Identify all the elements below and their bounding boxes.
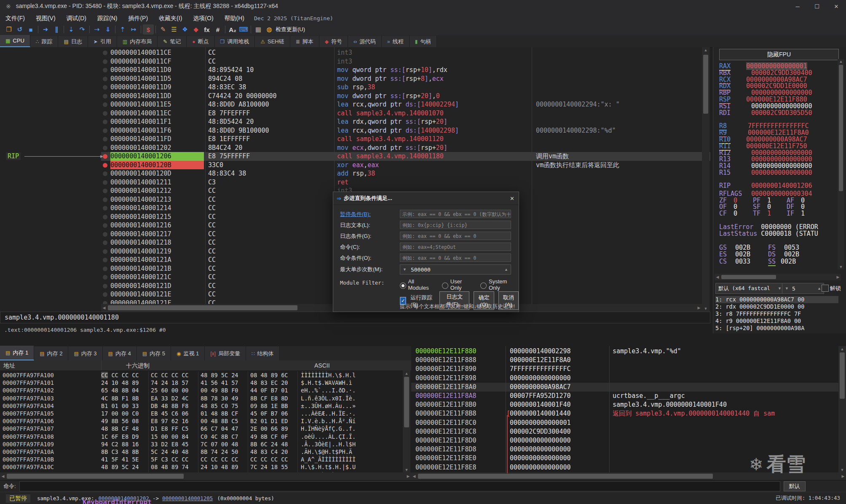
- tab-笔记[interactable]: ✎笔记: [158, 36, 187, 47]
- memory-row[interactable]: 00007FFA97FA104B1 01 00 33DB 48 8B F848 …: [0, 402, 403, 410]
- row-dot[interactable]: [103, 171, 107, 176]
- row-dot[interactable]: [103, 223, 107, 228]
- chevron-up-icon[interactable]: ▲: [504, 267, 508, 272]
- disasm-row[interactable]: 0000000140001206E8 75FFFFFFcall sample3.…: [0, 152, 710, 161]
- scroll-left-icon[interactable]: ◀: [0, 472, 6, 480]
- update-check-label[interactable]: 检查更新(U): [276, 26, 305, 33]
- argument-row[interactable]: 5: [rsp+20] 0000000000A98A: [715, 325, 838, 332]
- args-count-stepper[interactable]: ▼ 5 ▲: [782, 283, 824, 294]
- calling-convention-select[interactable]: 默认 (x64 fastcal ▼: [715, 283, 784, 294]
- row-dot[interactable]: [103, 267, 107, 271]
- dialog-close-icon[interactable]: ✕: [510, 195, 514, 202]
- row-dot[interactable]: [103, 137, 107, 141]
- tab-线程[interactable]: »线程: [382, 36, 410, 47]
- disasm-row[interactable]: 00000001400011CFCCint3: [0, 57, 710, 66]
- run-to-user-code-icon[interactable]: ⇢: [91, 24, 102, 35]
- disasm-row[interactable]: 00000001400011ECE8 7FFEFFFFcall sample3.…: [0, 109, 710, 118]
- scroll-right-icon[interactable]: ▶: [840, 472, 846, 480]
- argument-row[interactable]: 1: rcx 0000000000A98AC7 00: [715, 296, 838, 303]
- chevron-down-icon[interactable]: ▼: [403, 267, 407, 272]
- memory-row[interactable]: 00007FFA97FA1081C 6F E8 D915 00 00 84C0 …: [0, 433, 403, 440]
- max-steps-stepper[interactable]: ▼ 500000 ▲: [400, 264, 511, 275]
- disasm-row[interactable]: 00000001400011D048:895424 10mov qword pt…: [0, 66, 710, 75]
- tab-memory1-tab[interactable]: ▤内存 1: [0, 346, 34, 360]
- disasm-row[interactable]: 00000001400011D948:83EC 38sub rsp,38: [0, 83, 710, 92]
- scroll-left-icon[interactable]: ◀: [715, 274, 720, 280]
- command-default-button[interactable]: 默认: [784, 481, 806, 491]
- row-dot[interactable]: [103, 77, 107, 81]
- tab-seh链[interactable]: ⚠SEH链: [255, 36, 290, 47]
- font-icon[interactable]: A₂: [227, 24, 238, 35]
- stack-row[interactable]: 000000E12E11F8C8000002C9DD300400: [411, 427, 838, 436]
- memory-row[interactable]: 00007FFA97FA10124 10 48 8974 24 18 5741 …: [0, 379, 403, 387]
- scroll-right-icon[interactable]: ▶: [405, 472, 411, 480]
- step-out-icon[interactable]: ⇡: [117, 24, 128, 35]
- row-dot[interactable]: [103, 59, 107, 64]
- row-dot[interactable]: [103, 189, 107, 193]
- args-hscrollbar[interactable]: ◀ ▶: [715, 274, 841, 280]
- stack-row[interactable]: 000000E12E11F888000000E12E11F8A0: [411, 356, 838, 365]
- execute-till-return-icon[interactable]: ↦: [128, 24, 139, 35]
- memory-row[interactable]: 00007FFA97FA10A8B C3 48 8B5C 24 40 488B …: [0, 448, 403, 456]
- disasm-row[interactable]: 00000001400011F148:8D5424 20lea rdx,qwor…: [0, 117, 710, 126]
- tab-watch-tab[interactable]: ◉监视 1: [171, 347, 205, 360]
- memory-row[interactable]: 00007FFA97FA1034C 8B F1 8BEA 33 D2 4C8B …: [0, 395, 403, 402]
- stack-row[interactable]: 000000E12E11F8C00000000000000001: [411, 419, 838, 427]
- chevron-up-icon[interactable]: ▲: [817, 286, 821, 291]
- row-dot[interactable]: [103, 102, 107, 107]
- row-dot[interactable]: [103, 258, 107, 262]
- disasm-row[interactable]: 00000001400011D5894C24 08mov dword ptr s…: [0, 75, 710, 83]
- disasm-row[interactable]: 00000001400012028B4C24 20mov ecx,dword p…: [0, 144, 710, 152]
- argument-row[interactable]: 3: r8 7FFFFFFFFFFFFFFC 7F: [715, 310, 838, 317]
- disasm-vscroll-thumb[interactable]: [703, 55, 708, 114]
- row-dot[interactable]: [103, 94, 107, 99]
- scroll-up-icon[interactable]: ▲: [702, 47, 709, 53]
- step-into-icon[interactable]: ⇣: [66, 24, 77, 35]
- memory-row[interactable]: 00007FFA97FA10B41 5F 41 5E5F C3 CC CCCC …: [0, 456, 403, 463]
- row-dot[interactable]: [103, 249, 107, 254]
- stack-row[interactable]: 000000E12E11F8D00000000000000000: [411, 436, 838, 445]
- menu-item-v[interactable]: 视图(V): [30, 13, 61, 24]
- scroll-down-icon[interactable]: ▼: [838, 467, 846, 472]
- row-dot[interactable]: [103, 68, 107, 72]
- argument-row[interactable]: 2: rdx 000002C9DD1E0000 00: [715, 303, 838, 310]
- scroll-down-icon[interactable]: ▼: [838, 264, 844, 269]
- tab-脚本[interactable]: ≣脚本: [290, 36, 319, 47]
- disasm-row[interactable]: 00000001400011FDE8 1EFFFFFFcall sample3.…: [0, 135, 710, 144]
- disasm-row[interactable]: 000000014000120D48:83C4 38add rsp,38: [0, 169, 710, 178]
- memory-hscroll-thumb[interactable]: [7, 474, 184, 479]
- memory-row[interactable]: 00007FFA97FA10649 8B 56 08E8 97 62 1600 …: [0, 417, 403, 425]
- stack-vscroll-thumb[interactable]: [840, 352, 845, 399]
- close-button[interactable]: ✕: [827, 0, 846, 13]
- register-row[interactable]: R150000000000000000: [719, 169, 812, 176]
- tab-句柄[interactable]: ▮句柄: [410, 36, 437, 47]
- row-dot[interactable]: [103, 111, 107, 116]
- stack-hscroll-thumb[interactable]: [418, 474, 713, 479]
- stack-row[interactable]: 000000E12E11F8A00000000000A98AC7: [411, 383, 838, 392]
- row-dot[interactable]: [103, 180, 107, 185]
- dialog-field-input[interactable]: 例如: eax == 0 && ebx == 0: [400, 232, 511, 240]
- column-header-hex[interactable]: 十六进制: [98, 360, 326, 371]
- disasm-row[interactable]: 0000000140001211C3ret: [0, 178, 710, 187]
- scroll-right-icon[interactable]: ▶: [696, 304, 702, 312]
- module-filter-option[interactable]: System Only: [480, 278, 519, 291]
- module-filter-option[interactable]: All Modules: [400, 278, 435, 291]
- tab-调用堆栈[interactable]: ❒调用堆栈: [215, 36, 255, 47]
- tab-源代码[interactable]: ‹›源代码: [348, 36, 382, 47]
- registers-vscroll-thumb[interactable]: [839, 65, 843, 191]
- disasm-row[interactable]: 00000001400011E548:8D0D A8100000lea rcx,…: [0, 100, 710, 109]
- step-into-alt-icon[interactable]: ⇓: [102, 24, 113, 35]
- scroll-left-icon[interactable]: ◀: [411, 472, 417, 480]
- radio-icon[interactable]: [442, 283, 448, 289]
- radio-icon[interactable]: [400, 283, 406, 289]
- row-dot[interactable]: [103, 232, 107, 237]
- disasm-row[interactable]: 00000001400011DDC74424 20 00000000mov dw…: [0, 92, 710, 101]
- row-dot[interactable]: [103, 206, 107, 211]
- register-row[interactable]: RDI000002C9DD305D50: [719, 109, 812, 117]
- menu-item-o[interactable]: 选项(O): [187, 13, 219, 24]
- menu-item-d[interactable]: 调试(D): [61, 13, 92, 24]
- dollar-icon[interactable]: $: [143, 24, 154, 35]
- row-dot[interactable]: [103, 284, 107, 288]
- stack-row[interactable]: 000000E12E11F8980000000000000000: [411, 374, 838, 383]
- scroll-up-icon[interactable]: ▲: [838, 346, 846, 352]
